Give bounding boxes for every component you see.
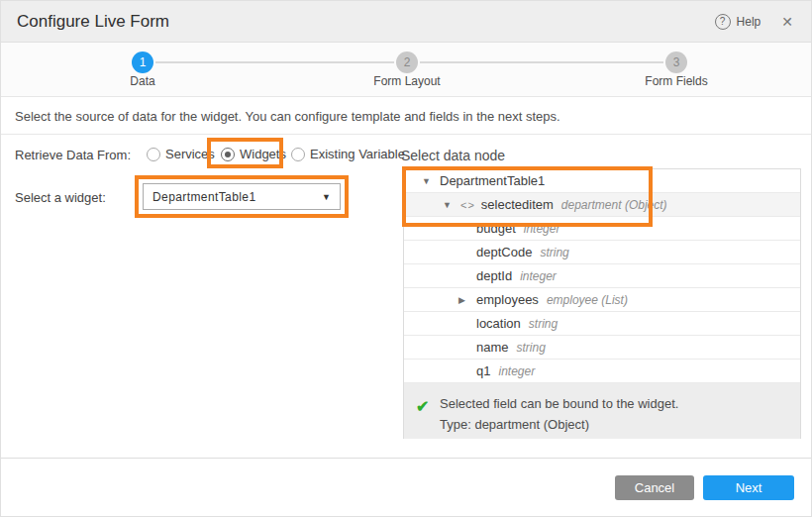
step-3-circle[interactable]: 3 <box>665 52 687 73</box>
help-label: Help <box>737 15 761 29</box>
step-2-label: Form Layout <box>357 74 457 88</box>
code-brackets-icon: <> <box>460 199 475 211</box>
radio-services[interactable]: Services <box>147 147 215 161</box>
tree-row-type: employee (List) <box>547 293 628 307</box>
tree-row-label: name <box>476 340 509 355</box>
select-data-node-title: Select data node <box>401 148 505 163</box>
help-button[interactable]: ? Help <box>715 14 761 30</box>
page-title: Configure Live Form <box>17 1 169 43</box>
tree-row-label: location <box>476 316 521 331</box>
tree-row-label: deptCode <box>476 245 532 259</box>
validation-message-line2: Type: department (Object) <box>440 414 678 435</box>
tree-row-label: selecteditem <box>481 197 554 212</box>
caret-down-icon[interactable]: ▼ <box>422 176 440 186</box>
tree-row-label: DepartmentTable1 <box>440 173 545 188</box>
radio-widgets-circle <box>221 148 235 161</box>
tree-row-label: budget <box>476 221 516 236</box>
step-1-label: Data <box>93 74 192 88</box>
footer-divider <box>1 458 811 459</box>
radio-services-label: Services <box>165 147 215 161</box>
widget-select-dropdown[interactable]: DepartmentTable1 ▼ <box>143 183 341 210</box>
tree-row-selecteditem[interactable]: ▼ <> selecteditem department (Object) <box>404 193 800 217</box>
step-3-label: Form Fields <box>627 74 726 88</box>
tree-row-type: integer <box>498 364 535 378</box>
tree-row-label: deptId <box>476 268 512 283</box>
close-icon[interactable]: ✕ <box>781 14 793 30</box>
tree-row-type: department (Object) <box>561 198 667 212</box>
radio-widgets[interactable]: Widgets <box>221 147 286 161</box>
tree-row-deptid[interactable]: ▶ deptId integer <box>404 264 800 288</box>
caret-down-icon[interactable]: ▼ <box>443 200 460 210</box>
step-1-circle[interactable]: 1 <box>132 52 153 73</box>
caret-right-icon[interactable]: ▶ <box>458 295 476 305</box>
radio-widgets-label: Widgets <box>240 147 286 161</box>
data-node-tree: ▼ DepartmentTable1 ▼ <> selecteditem dep… <box>403 168 801 439</box>
radio-existing-variable[interactable]: Existing Variable <box>291 147 405 161</box>
tree-row-type: string <box>529 317 558 331</box>
tree-row-departmenttable1[interactable]: ▼ DepartmentTable1 <box>404 169 800 193</box>
step-connector-1 <box>155 61 394 63</box>
tree-row-type: string <box>517 341 546 355</box>
tree-row-q1[interactable]: ▶ q1 integer <box>404 360 800 383</box>
cancel-button[interactable]: Cancel <box>615 475 694 500</box>
wizard-stepper: 1 2 3 Data Form Layout Form Fields <box>1 43 811 97</box>
tree-row-label: employees <box>476 292 539 307</box>
retrieve-data-from-label: Retrieve Data From: <box>15 148 131 162</box>
validation-message: ✔ Selected field can be bound to the wid… <box>404 383 800 439</box>
step-description: Select the source of data for the widget… <box>1 98 811 135</box>
radio-services-circle <box>147 148 160 161</box>
dropdown-caret-icon: ▼ <box>322 192 331 202</box>
tree-row-budget[interactable]: ▶ budget integer <box>404 217 800 241</box>
select-widget-label: Select a widget: <box>15 190 106 205</box>
tree-row-employees[interactable]: ▶ employees employee (List) <box>404 288 800 312</box>
radio-existing-variable-circle <box>291 148 305 161</box>
step-connector-2 <box>420 61 663 63</box>
tree-row-deptcode[interactable]: ▶ deptCode string <box>404 241 800 264</box>
check-icon: ✔ <box>416 391 440 439</box>
validation-message-line1: Selected field can be bound to the widge… <box>440 393 678 414</box>
tree-row-label: q1 <box>476 363 490 378</box>
next-button[interactable]: Next <box>703 475 794 500</box>
tree-row-type: string <box>540 246 568 259</box>
tree-row-type: integer <box>520 269 557 283</box>
dialog-header: Configure Live Form ? Help ✕ <box>1 1 811 43</box>
tree-row-location[interactable]: ▶ location string <box>404 312 800 336</box>
tree-row-type: integer <box>524 222 560 236</box>
configure-live-form-dialog: Configure Live Form ? Help ✕ 1 2 3 Data … <box>0 0 812 517</box>
radio-existing-variable-label: Existing Variable <box>310 147 405 161</box>
tree-row-name[interactable]: ▶ name string <box>404 336 800 360</box>
step-2-circle[interactable]: 2 <box>396 52 418 73</box>
help-icon: ? <box>715 14 731 30</box>
widget-select-value: DepartmentTable1 <box>152 190 255 204</box>
